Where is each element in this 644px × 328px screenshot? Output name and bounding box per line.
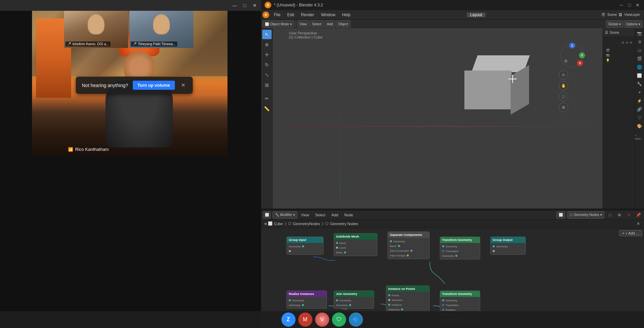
node-instance-on-points[interactable]: Instance on Points Points Selection Inst… — [386, 285, 430, 313]
object-menu[interactable]: Object — [336, 20, 350, 28]
modifier-props-icon[interactable]: 🔧 — [636, 80, 643, 88]
geo-nodes-small-icon: ⬡ — [288, 221, 292, 226]
render-preview-btn[interactable]: ⊞ — [559, 103, 568, 112]
menu-window[interactable]: Window — [317, 10, 339, 19]
transform-tool[interactable]: ⊞ — [262, 80, 272, 90]
node-components[interactable]: Separate Components Geometry Mesh Self-C… — [388, 231, 430, 259]
breadcrumb-geo-nodes[interactable]: GeometryNodes — [293, 222, 320, 226]
cube-object[interactable] — [464, 55, 528, 109]
world-props-icon[interactable]: 🌐 — [636, 63, 643, 71]
material-props-icon[interactable]: 🎨 — [636, 122, 643, 130]
gizmo-x-axis[interactable]: X — [577, 60, 583, 66]
render-props-icon[interactable]: 📷 — [636, 30, 643, 37]
viewport-gizmo[interactable]: Z Y X ⊙ ✋ 🎥 ⊞ — [559, 42, 586, 112]
blender-minimize-btn[interactable]: ─ — [618, 2, 624, 8]
node-view-menu[interactable]: View — [299, 213, 311, 217]
outliner-light-item[interactable]: 💡 — [605, 58, 633, 63]
camera-view-btn[interactable]: 🎥 — [559, 92, 568, 101]
node-subdivide[interactable]: Subdivide Mesh Mesh Level Mesh — [334, 233, 377, 256]
node-add-menu[interactable]: Add — [330, 213, 340, 217]
minimize-button[interactable]: — — [232, 2, 238, 8]
zoom-to-fit-btn[interactable]: ⊙ — [559, 70, 568, 80]
cube-front-face — [464, 71, 512, 109]
blender-title: * (Unsaved) - Blender 4.3.2 — [274, 3, 616, 7]
menu-help[interactable]: Help — [339, 10, 354, 19]
node-group-input[interactable]: Group Input Geometry — [286, 237, 324, 255]
node-new-btn[interactable]: □ — [606, 211, 614, 219]
node-menu[interactable]: Node — [342, 213, 355, 217]
3d-scene[interactable]: User Perspective (1) Collection | Cube — [273, 28, 603, 209]
options-button[interactable]: Options ▾ — [624, 20, 643, 28]
transform-dropdown[interactable]: Global ▾ — [606, 20, 623, 28]
view-menu[interactable]: View — [297, 20, 309, 28]
rotate-tool[interactable]: ↻ — [262, 60, 272, 70]
menu-file[interactable]: File — [271, 10, 284, 19]
object-props-icon[interactable]: ⬜ — [636, 72, 643, 79]
breadcrumb-cube[interactable]: Cube — [274, 222, 283, 226]
taskbar-zoom-icon[interactable]: Z — [281, 312, 296, 327]
taskbar-mcafee-icon[interactable]: M — [298, 312, 312, 327]
breadcrumb-sep-2: ❯ — [321, 222, 324, 225]
outliner-camera-item[interactable]: 📷 — [605, 53, 633, 58]
object-data-props-icon[interactable]: ▽ — [636, 114, 643, 121]
close-button[interactable]: ✕ — [252, 2, 258, 8]
node-group-output-body: Geometry — [491, 243, 525, 254]
physics-props-icon[interactable]: ⚡ — [636, 97, 643, 105]
blender-logo: B — [265, 2, 271, 8]
object-mode-dropdown[interactable]: ⬜ Object Mode ▾ — [263, 20, 294, 28]
node-pin-btn[interactable]: 📌 — [635, 211, 642, 219]
add-node-button[interactable]: + + Add ... — [619, 230, 642, 236]
arrow-left-icon: ◀ — [264, 222, 267, 225]
taskbar-shield-icon[interactable]: 🛡 — [332, 312, 346, 327]
blender-close-btn[interactable]: ✕ — [635, 2, 641, 8]
scene-props-icon[interactable]: 🎬 — [636, 55, 643, 62]
taskbar-vivaldi-icon[interactable]: V — [315, 312, 329, 327]
node-editor-mode-icon[interactable]: ⬜ — [263, 211, 271, 219]
output-props-icon[interactable]: 🖥 — [636, 38, 643, 46]
turn-up-volume-button[interactable]: Turn up volume — [133, 81, 175, 90]
cursor-tool[interactable]: ⊕ — [262, 40, 272, 49]
view-perspective-label: User Perspective (1) Collection | Cube — [289, 31, 323, 39]
mic-muted-icon-1: 🎤 — [67, 42, 71, 46]
add-menu[interactable]: Add — [325, 20, 335, 28]
node-duplicate-btn[interactable]: ⊕ — [616, 211, 623, 219]
dismiss-notification-button[interactable]: ✕ — [180, 82, 187, 88]
participant-thumb-1[interactable]: 🎤 tsheltrim lhamo. DGI a... — [64, 11, 128, 48]
taskbar-bluetooth-icon[interactable]: 🔷 — [349, 312, 363, 327]
node-delete-btn[interactable]: ✕ — [625, 211, 633, 219]
move-tool[interactable]: ✛ — [262, 50, 272, 59]
gizmo-y-axis[interactable]: Y — [579, 52, 585, 58]
select-tool[interactable]: ↖ — [262, 30, 272, 39]
select-menu[interactable]: Select — [310, 20, 324, 28]
workspace-layout[interactable]: Layout — [467, 12, 486, 17]
participant-thumb-2[interactable]: 🎤 Tsheyang Palki Tshewa... — [129, 11, 193, 48]
node-select-menu[interactable]: Select — [313, 213, 328, 217]
node-transform[interactable]: Transform Geometry Geometry Translation … — [440, 237, 480, 259]
constraints-props-icon[interactable]: 🔗 — [636, 106, 643, 113]
breadcrumb-geo-nodes-2[interactable]: Geometry Nodes — [330, 222, 358, 226]
blender-maximize-btn[interactable]: □ — [626, 2, 633, 8]
viewport-3d[interactable]: User Perspective (1) Collection | Cube — [273, 28, 603, 209]
annotate-tool[interactable]: ✏ — [262, 94, 272, 103]
view-layer-props-icon[interactable]: 🗂 — [636, 47, 643, 54]
geometry-nodes-dropdown[interactable]: ⬡ Geometry Nodes ▾ — [567, 211, 604, 219]
gizmo-z-axis[interactable]: Z — [569, 43, 575, 49]
axis-gizmo[interactable]: Z Y X — [559, 42, 586, 69]
node-group-output[interactable]: Group Output Geometry — [490, 237, 526, 255]
particles-props-icon[interactable]: ✦ — [636, 89, 643, 96]
menu-edit[interactable]: Edit — [284, 10, 298, 19]
breadcrumb-close-btn[interactable]: ✕ — [635, 221, 641, 227]
measure-tool[interactable]: 📏 — [262, 104, 272, 113]
node-preview[interactable]: Realize Instances Geometry Geometry — [286, 291, 327, 309]
modifier-dropdown[interactable]: 🔧 Modifier ▾ — [273, 211, 297, 219]
node-editor-header: ⬜ 🔧 Modifier ▾ View Select Add Node ⬜ — [261, 211, 644, 219]
node-display-icon[interactable]: ⬜ — [556, 211, 565, 219]
menu-render[interactable]: Render — [298, 10, 317, 19]
node-join-geometry[interactable]: Join Geometry Geometry Geometry — [334, 291, 374, 309]
video-call-panel: — □ ✕ 🎤 tsheltrim lhamo. DGI a... 🎤 Tshe… — [0, 0, 261, 328]
scale-tool[interactable]: ⤡ — [262, 70, 272, 80]
outliner-scene-item[interactable]: 🎬 — [605, 48, 633, 53]
node-editor: ⬜ 🔧 Modifier ▾ View Select Add Node ⬜ — [261, 210, 644, 328]
maximize-button[interactable]: □ — [242, 2, 248, 8]
pan-view-btn[interactable]: ✋ — [559, 81, 568, 90]
